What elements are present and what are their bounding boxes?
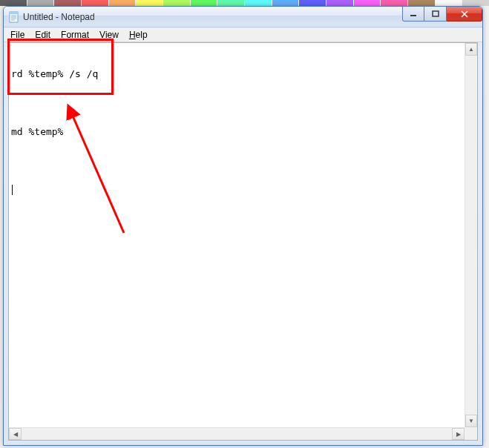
- text-editor[interactable]: rd %temp% /s /q md %temp%: [10, 44, 464, 426]
- svg-rect-7: [433, 11, 439, 16]
- menu-format[interactable]: Format: [56, 28, 94, 42]
- menu-edit[interactable]: Edit: [30, 28, 56, 42]
- window-title: Untitled - Notepad: [23, 12, 95, 22]
- chevron-left-icon: ◀: [13, 431, 18, 438]
- menu-view[interactable]: View: [94, 28, 124, 42]
- window-controls: [402, 7, 482, 22]
- maximize-icon: [432, 10, 439, 18]
- close-icon: [460, 10, 469, 18]
- menu-file[interactable]: File: [5, 28, 30, 42]
- scroll-down-button[interactable]: ▼: [465, 415, 477, 427]
- minimize-button[interactable]: [402, 7, 424, 22]
- chevron-down-icon: ▼: [468, 418, 474, 424]
- scroll-left-button[interactable]: ◀: [9, 428, 22, 440]
- background-palette: [0, 0, 489, 6]
- titlebar[interactable]: Untitled - Notepad: [4, 7, 482, 27]
- chevron-right-icon: ▶: [456, 431, 461, 438]
- svg-rect-1: [10, 12, 18, 14]
- notepad-icon: [8, 11, 20, 23]
- text-caret: [12, 185, 13, 195]
- horizontal-scrollbar[interactable]: ◀ ▶: [9, 427, 465, 440]
- svg-rect-6: [410, 15, 416, 16]
- minimize-icon: [410, 10, 417, 18]
- vertical-scrollbar[interactable]: ▲ ▼: [465, 43, 477, 427]
- editor-line: md %temp%: [11, 125, 462, 139]
- chevron-up-icon: ▲: [468, 46, 474, 53]
- close-button[interactable]: [447, 7, 482, 22]
- menubar: File Edit Format View Help: [4, 27, 482, 42]
- scroll-right-button[interactable]: ▶: [452, 428, 465, 440]
- maximize-button[interactable]: [424, 7, 447, 22]
- scroll-up-button[interactable]: ▲: [465, 43, 477, 56]
- menu-help[interactable]: Help: [124, 28, 153, 42]
- scrollbar-corner: [465, 427, 477, 440]
- editor-line: [11, 183, 462, 197]
- editor-container: rd %temp% /s /q md %temp% ▲ ▼ ◀ ▶: [8, 42, 478, 441]
- editor-line: rd %temp% /s /q: [11, 67, 462, 81]
- notepad-window: Untitled - Notepad File Edit Form: [3, 6, 483, 446]
